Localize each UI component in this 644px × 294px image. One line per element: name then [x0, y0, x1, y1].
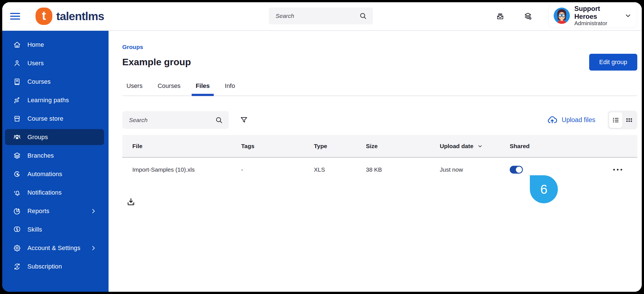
sidebar-item-label: Reports — [27, 207, 49, 215]
cell-tags: - — [241, 166, 314, 173]
app-window: t talentlms — [2, 2, 642, 292]
sidebar-item-skills[interactable]: Skills — [5, 221, 104, 237]
shared-toggle[interactable] — [510, 166, 523, 174]
automation-cursor-icon — [13, 170, 21, 178]
tab-courses[interactable]: Courses — [157, 80, 181, 95]
sidebar-item-users[interactable]: Users — [5, 55, 104, 71]
user-name: Support Heroes — [574, 5, 624, 20]
tab-files[interactable]: Files — [195, 80, 210, 95]
bell-icon — [13, 188, 21, 197]
sidebar-item-subscription[interactable]: $ Subscription — [5, 258, 104, 274]
groups-icon — [13, 133, 21, 141]
edit-group-button[interactable]: Edit group — [589, 54, 637, 71]
user-info: Support Heroes Administrator — [574, 5, 624, 27]
home-icon — [13, 41, 21, 49]
header-search-input[interactable] — [269, 13, 359, 19]
sidebar-item-course-store[interactable]: Course store — [5, 111, 104, 127]
files-search-input[interactable] — [122, 117, 215, 123]
sidebar-item-label: Skills — [27, 226, 42, 233]
cell-upload-date: Just now — [440, 166, 510, 173]
view-toggle-group — [608, 111, 637, 129]
toggle-knob — [516, 167, 522, 173]
catalog-check-icon[interactable] — [523, 11, 533, 21]
sidebar-item-home[interactable]: Home — [5, 37, 104, 53]
inbox-message-icon[interactable] — [496, 12, 505, 21]
sidebar-item-notifications[interactable]: Notifications — [5, 185, 104, 200]
table-row: Import-Samples (10).xls - XLS 38 KB Just… — [122, 158, 637, 182]
sidebar-nav: Home Users Courses Learning — [2, 31, 109, 292]
storefront-icon — [13, 115, 21, 123]
chevron-right-icon — [90, 245, 97, 251]
cell-size: 38 KB — [366, 166, 440, 173]
cloud-upload-icon — [547, 115, 558, 126]
brain-icon — [13, 225, 21, 234]
user-role: Administrator — [574, 20, 624, 27]
click-annotation-badge: 6 — [530, 175, 558, 203]
tab-bar: Users Courses Files Info — [122, 80, 637, 96]
row-menu-button[interactable] — [612, 167, 624, 172]
column-header-file: File — [132, 143, 241, 150]
sidebar-item-branches[interactable]: Branches — [5, 148, 104, 164]
gear-icon — [13, 244, 21, 252]
search-icon[interactable] — [215, 116, 223, 124]
sidebar-item-learning-paths[interactable]: Learning paths — [5, 92, 104, 108]
logo-mark: t — [36, 8, 52, 25]
search-icon[interactable] — [359, 12, 367, 20]
breadcrumb[interactable]: Groups — [122, 44, 143, 50]
column-header-tags: Tags — [241, 143, 314, 150]
files-table: File Tags Type Size Upload date Shared I… — [122, 135, 637, 182]
download-icon[interactable] — [126, 197, 136, 207]
sidebar-item-label: Subscription — [27, 263, 62, 270]
chevron-right-icon — [90, 208, 97, 214]
column-header-upload-date[interactable]: Upload date — [440, 143, 510, 150]
sidebar-item-label: Automations — [27, 171, 62, 178]
sidebar-item-label: Notifications — [27, 189, 62, 196]
list-view-button[interactable] — [609, 112, 622, 128]
step-number: 6 — [540, 182, 547, 197]
tab-info[interactable]: Info — [224, 80, 236, 95]
sidebar-item-label: Learning paths — [27, 97, 69, 104]
header-search — [269, 8, 373, 24]
avatar — [554, 8, 570, 24]
top-header: t talentlms — [2, 2, 642, 31]
sort-chevron-down-icon — [477, 143, 483, 149]
column-header-size: Size — [366, 143, 440, 150]
grid-view-button[interactable] — [622, 112, 636, 128]
files-toolbar: Upload files — [122, 111, 637, 129]
book-icon — [13, 78, 21, 86]
subscription-renew-icon: $ — [13, 262, 21, 271]
main-content: Groups Example group Edit group Users Co… — [109, 31, 642, 292]
sidebar-item-groups[interactable]: Groups — [5, 129, 104, 145]
sidebar-item-label: Branches — [27, 152, 54, 159]
cell-file-name[interactable]: Import-Samples (10).xls — [132, 166, 241, 173]
table-header-row: File Tags Type Size Upload date Shared — [122, 135, 637, 158]
cell-type: XLS — [314, 166, 366, 173]
sidebar-item-courses[interactable]: Courses — [5, 74, 104, 90]
sidebar-item-automations[interactable]: Automations — [5, 166, 104, 182]
sidebar-item-label: Courses — [27, 78, 51, 85]
filter-icon[interactable] — [239, 116, 248, 125]
hamburger-menu-icon[interactable] — [10, 11, 20, 21]
upload-files-label: Upload files — [562, 116, 595, 124]
svg-text:$: $ — [16, 265, 18, 268]
user-icon — [13, 59, 21, 67]
column-header-type: Type — [314, 143, 366, 150]
page-title: Example group — [122, 57, 191, 67]
talentlms-logo[interactable]: t talentlms — [36, 8, 104, 25]
sidebar-item-label: Home — [27, 41, 44, 48]
logo-text: talentlms — [56, 10, 104, 23]
path-flag-icon — [13, 96, 21, 104]
cell-shared-actions — [510, 166, 624, 174]
sidebar-item-reports[interactable]: Reports — [5, 203, 104, 219]
tab-users[interactable]: Users — [126, 80, 143, 95]
chevron-down-icon — [624, 12, 632, 20]
sidebar-item-label: Course store — [27, 115, 63, 122]
user-profile-menu[interactable]: Support Heroes Administrator — [548, 3, 637, 28]
header-icons — [496, 2, 533, 30]
sidebar-item-account-settings[interactable]: Account & Settings — [5, 240, 104, 256]
column-header-shared: Shared — [510, 143, 624, 150]
upload-files-button[interactable]: Upload files — [547, 115, 595, 126]
sidebar-item-label: Users — [27, 60, 44, 67]
files-search — [122, 111, 229, 129]
sidebar-item-label: Groups — [27, 134, 48, 141]
